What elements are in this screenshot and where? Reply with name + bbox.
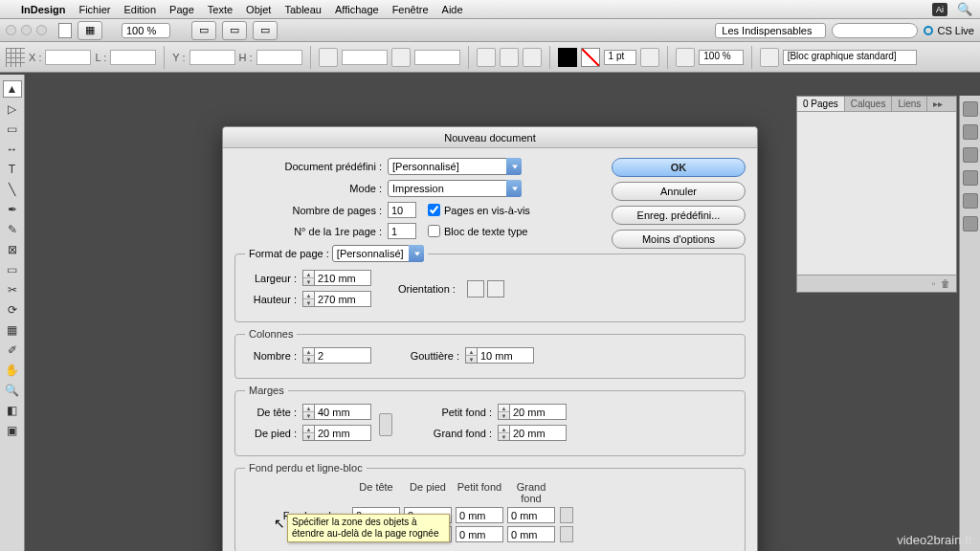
menu-affichage[interactable]: Affichage: [335, 4, 379, 15]
y-field[interactable]: [189, 50, 235, 65]
text-frame-checkbox[interactable]: [428, 225, 440, 237]
scissors-tool-icon[interactable]: ✂: [3, 281, 22, 298]
arrange-button-3[interactable]: ▭: [253, 21, 278, 40]
cs-live-button[interactable]: CS Live: [924, 25, 974, 36]
view-mode-button[interactable]: ▦: [78, 21, 102, 40]
format-select[interactable]: [Personnalisé]: [332, 245, 424, 262]
flip-v-icon[interactable]: [500, 48, 519, 67]
app-name[interactable]: InDesign: [21, 4, 65, 15]
help-search-input[interactable]: [832, 23, 918, 38]
facing-pages-checkbox[interactable]: [428, 204, 440, 216]
object-style-select[interactable]: [Bloc graphique standard]: [783, 50, 917, 65]
menu-fenetre[interactable]: Fenêtre: [392, 4, 429, 15]
direct-select-tool-icon[interactable]: ▷: [3, 100, 22, 118]
slug-inside-input[interactable]: [456, 526, 503, 542]
tab-calques[interactable]: Calques: [845, 97, 893, 111]
margin-inside-input[interactable]: [509, 404, 567, 420]
menu-objet[interactable]: Objet: [246, 4, 271, 15]
pencil-tool-icon[interactable]: ✎: [3, 221, 22, 238]
tab-pages[interactable]: 0 Pages: [797, 97, 845, 111]
columns-stepper[interactable]: ▲▼: [302, 347, 314, 364]
eyedropper-tool-icon[interactable]: ✐: [3, 342, 22, 359]
transform-tool-icon[interactable]: ⟳: [3, 301, 22, 319]
dock-icon-2[interactable]: [963, 124, 978, 140]
less-options-button[interactable]: Moins d'options: [612, 230, 746, 249]
bleed-link-icon[interactable]: [560, 507, 573, 523]
rotate-field[interactable]: [414, 50, 460, 65]
columns-input[interactable]: [314, 347, 371, 364]
zoom-select[interactable]: 100 %: [122, 23, 170, 38]
bleed-inside-input[interactable]: [456, 507, 503, 523]
dock-icon-1[interactable]: [963, 101, 978, 117]
slug-link-icon[interactable]: [560, 526, 573, 542]
dock-icon-3[interactable]: [963, 147, 978, 163]
stroke-style-icon[interactable]: [640, 48, 659, 67]
spotlight-icon[interactable]: 🔍: [957, 2, 972, 16]
first-page-input[interactable]: [388, 223, 416, 239]
dock-icon-5[interactable]: [963, 193, 978, 209]
gradient-tool-icon[interactable]: ▦: [3, 321, 22, 339]
type-tool-icon[interactable]: T: [3, 161, 22, 178]
fill-stroke-icon[interactable]: ◧: [3, 402, 22, 419]
menu-aide[interactable]: Aide: [442, 4, 463, 15]
margin-top-input[interactable]: [314, 404, 371, 420]
height-input[interactable]: [314, 291, 371, 307]
margin-bottom-input[interactable]: [314, 425, 371, 441]
save-preset-button[interactable]: Enreg. prédéfini...: [612, 206, 746, 225]
flip-h-icon[interactable]: [477, 48, 496, 67]
margin-bottom-stepper[interactable]: ▲▼: [302, 425, 314, 441]
gutter-stepper[interactable]: ▲▼: [465, 347, 477, 364]
reference-point-grid[interactable]: [6, 48, 25, 67]
margin-top-stepper[interactable]: ▲▼: [302, 404, 314, 420]
arrange-button-2[interactable]: ▭: [222, 21, 247, 40]
wrap-icon[interactable]: [760, 48, 779, 67]
scale-x-field[interactable]: [342, 50, 388, 65]
ok-button[interactable]: OK: [612, 158, 746, 177]
selection-tool-icon[interactable]: ▲: [3, 80, 22, 98]
tab-liens[interactable]: Liens: [892, 97, 927, 111]
arrange-button-1[interactable]: ▭: [191, 21, 216, 40]
rotate-icon[interactable]: [391, 48, 411, 67]
gap-tool-icon[interactable]: ↔: [3, 141, 22, 158]
dock-icon-4[interactable]: [963, 170, 978, 186]
menu-page[interactable]: Page: [169, 4, 194, 15]
new-page-icon[interactable]: ▫: [931, 278, 935, 289]
trash-icon[interactable]: 🗑: [941, 278, 950, 289]
window-traffic-lights[interactable]: [6, 25, 47, 35]
mode-select[interactable]: Impression: [388, 180, 522, 197]
preset-select[interactable]: [Personnalisé]: [388, 158, 522, 175]
line-tool-icon[interactable]: ╲: [3, 181, 22, 198]
slug-outside-input[interactable]: [507, 526, 555, 542]
menu-tableau[interactable]: Tableau: [284, 4, 322, 15]
workspace-select[interactable]: Les Indispensables: [715, 23, 826, 38]
x-field[interactable]: [45, 50, 91, 65]
pen-tool-icon[interactable]: ✒: [3, 201, 22, 218]
rect-frame-tool-icon[interactable]: ⊠: [3, 241, 22, 258]
margin-outside-input[interactable]: [509, 425, 567, 441]
rect-tool-icon[interactable]: ▭: [3, 261, 22, 278]
stroke-weight[interactable]: 1 pt: [604, 50, 637, 65]
dock-icon-6[interactable]: [963, 216, 978, 231]
margins-link-icon[interactable]: [379, 413, 392, 436]
menu-edition[interactable]: Edition: [123, 4, 156, 15]
h-field[interactable]: [256, 50, 302, 65]
pages-input[interactable]: [388, 202, 416, 218]
page-tool-icon[interactable]: ▭: [3, 121, 22, 138]
width-stepper[interactable]: ▲▼: [302, 270, 314, 286]
pages-panel-body[interactable]: [797, 112, 956, 275]
margin-outside-stepper[interactable]: ▲▼: [498, 425, 509, 441]
cancel-button[interactable]: Annuler: [612, 182, 746, 201]
stroke-swatch[interactable]: [581, 48, 600, 67]
fill-swatch[interactable]: [558, 48, 577, 67]
menu-texte[interactable]: Texte: [208, 4, 233, 15]
w-field[interactable]: [110, 50, 156, 65]
hand-tool-icon[interactable]: ✋: [3, 362, 22, 379]
menu-fichier[interactable]: Fichier: [78, 4, 110, 15]
bleed-outside-input[interactable]: [507, 507, 555, 523]
width-input[interactable]: [314, 270, 371, 286]
char-icon[interactable]: [523, 48, 542, 67]
effects-icon[interactable]: [676, 48, 695, 67]
scale-icon[interactable]: [319, 48, 338, 67]
gutter-input[interactable]: [477, 347, 534, 364]
margin-inside-stepper[interactable]: ▲▼: [498, 404, 509, 420]
